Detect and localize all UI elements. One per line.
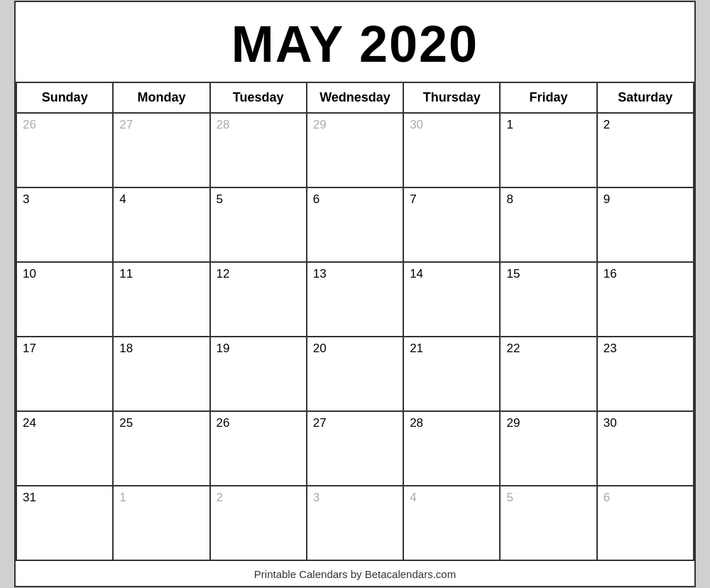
day-cell: 31 bbox=[17, 486, 114, 561]
day-cell: 26 bbox=[17, 114, 114, 188]
day-number: 11 bbox=[119, 267, 203, 281]
day-header-sunday: Sunday bbox=[17, 83, 114, 114]
day-header-wednesday: Wednesday bbox=[307, 83, 404, 114]
day-number: 26 bbox=[217, 416, 300, 430]
day-number: 4 bbox=[410, 491, 493, 505]
day-number: 10 bbox=[23, 267, 106, 281]
day-number: 18 bbox=[119, 342, 203, 356]
day-number: 28 bbox=[217, 118, 300, 132]
day-number: 26 bbox=[23, 118, 106, 132]
day-cell: 11 bbox=[114, 263, 210, 337]
day-cell: 29 bbox=[307, 114, 404, 188]
day-cell: 18 bbox=[114, 337, 210, 412]
day-cell: 20 bbox=[307, 337, 404, 412]
day-cell: 4 bbox=[404, 486, 501, 561]
day-cell: 6 bbox=[598, 486, 694, 561]
day-number: 29 bbox=[313, 118, 397, 132]
day-cell: 26 bbox=[211, 412, 307, 486]
day-cell: 1 bbox=[114, 486, 210, 561]
day-number: 1 bbox=[119, 491, 203, 505]
day-number: 15 bbox=[506, 267, 590, 281]
day-cell: 2 bbox=[211, 486, 307, 561]
day-number: 9 bbox=[604, 192, 687, 207]
day-number: 23 bbox=[604, 342, 687, 356]
calendar-grid: SundayMondayTuesdayWednesdayThursdayFrid… bbox=[16, 83, 694, 561]
day-cell: 25 bbox=[114, 412, 210, 486]
day-cell: 1 bbox=[501, 114, 597, 188]
day-number: 31 bbox=[23, 491, 106, 505]
calendar-title: MAY 2020 bbox=[16, 2, 694, 83]
day-cell: 29 bbox=[501, 412, 597, 486]
day-number: 6 bbox=[604, 491, 687, 505]
day-cell: 27 bbox=[114, 114, 210, 188]
day-cell: 16 bbox=[598, 263, 694, 337]
day-cell: 24 bbox=[17, 412, 114, 486]
day-number: 19 bbox=[217, 342, 300, 356]
day-number: 3 bbox=[313, 491, 397, 505]
day-cell: 15 bbox=[501, 263, 597, 337]
day-number: 30 bbox=[604, 416, 687, 430]
day-cell: 28 bbox=[211, 114, 307, 188]
day-number: 7 bbox=[410, 192, 493, 207]
day-cell: 10 bbox=[17, 263, 114, 337]
day-number: 13 bbox=[313, 267, 397, 281]
day-cell: 19 bbox=[211, 337, 307, 412]
day-number: 22 bbox=[506, 342, 590, 356]
day-cell: 13 bbox=[307, 263, 404, 337]
day-number: 5 bbox=[506, 491, 590, 505]
day-cell: 2 bbox=[598, 114, 694, 188]
day-header-friday: Friday bbox=[501, 83, 597, 114]
day-number: 8 bbox=[506, 192, 590, 207]
day-number: 1 bbox=[506, 118, 590, 132]
day-cell: 12 bbox=[211, 263, 307, 337]
day-number: 12 bbox=[217, 267, 300, 281]
day-cell: 9 bbox=[598, 188, 694, 263]
day-cell: 17 bbox=[17, 337, 114, 412]
day-header-saturday: Saturday bbox=[598, 83, 694, 114]
day-number: 24 bbox=[23, 416, 106, 430]
day-number: 2 bbox=[604, 118, 687, 132]
day-cell: 8 bbox=[501, 188, 597, 263]
calendar-footer: Printable Calendars by Betacalendars.com bbox=[16, 561, 694, 586]
day-number: 4 bbox=[119, 192, 203, 207]
day-number: 20 bbox=[313, 342, 397, 356]
day-cell: 21 bbox=[404, 337, 501, 412]
day-number: 2 bbox=[217, 491, 300, 505]
day-number: 27 bbox=[119, 118, 203, 132]
day-number: 25 bbox=[119, 416, 203, 430]
day-number: 3 bbox=[23, 192, 106, 207]
day-cell: 7 bbox=[404, 188, 501, 263]
day-header-tuesday: Tuesday bbox=[211, 83, 307, 114]
day-number: 6 bbox=[313, 192, 397, 207]
day-number: 29 bbox=[506, 416, 590, 430]
day-number: 30 bbox=[410, 118, 493, 132]
day-cell: 4 bbox=[114, 188, 210, 263]
day-header-monday: Monday bbox=[114, 83, 210, 114]
day-cell: 3 bbox=[17, 188, 114, 263]
day-number: 27 bbox=[313, 416, 397, 430]
day-number: 16 bbox=[604, 267, 687, 281]
day-cell: 27 bbox=[307, 412, 404, 486]
day-number: 21 bbox=[410, 342, 493, 356]
day-number: 14 bbox=[410, 267, 493, 281]
day-cell: 22 bbox=[501, 337, 597, 412]
day-cell: 5 bbox=[501, 486, 597, 561]
day-cell: 30 bbox=[598, 412, 694, 486]
day-number: 28 bbox=[410, 416, 493, 430]
day-cell: 5 bbox=[211, 188, 307, 263]
day-number: 5 bbox=[217, 192, 300, 207]
day-cell: 6 bbox=[307, 188, 404, 263]
day-cell: 30 bbox=[404, 114, 501, 188]
day-header-thursday: Thursday bbox=[404, 83, 501, 114]
day-cell: 3 bbox=[307, 486, 404, 561]
day-cell: 28 bbox=[404, 412, 501, 486]
day-cell: 14 bbox=[404, 263, 501, 337]
day-number: 17 bbox=[23, 342, 106, 356]
calendar-container: MAY 2020 SundayMondayTuesdayWednesdayThu… bbox=[14, 1, 696, 587]
day-cell: 23 bbox=[598, 337, 694, 412]
